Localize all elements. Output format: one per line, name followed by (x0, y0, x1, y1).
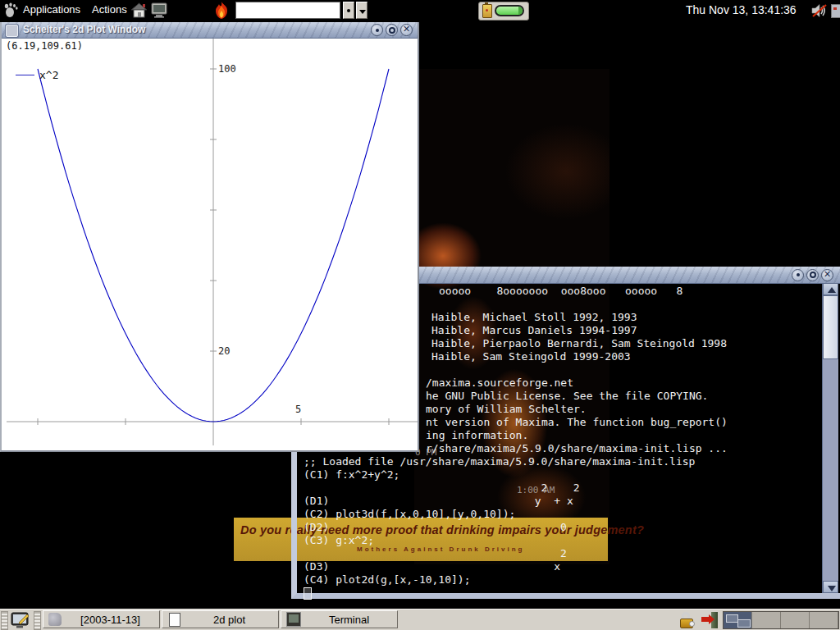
scroll-up-button[interactable] (823, 283, 838, 295)
terminal-line: (C3) g:x^2; (304, 534, 374, 547)
logout-icon[interactable] (701, 612, 718, 628)
command-history-dropdown[interactable] (356, 2, 368, 19)
terminal-line: ing information. (426, 429, 528, 442)
home-launcher-icon[interactable] (130, 2, 148, 19)
workspace-3[interactable] (781, 612, 810, 628)
maximize-button[interactable] (386, 24, 398, 36)
terminal-line: ;; Loaded file /usr/share/maxima/5.9.0/s… (304, 455, 695, 468)
doc-window-icon (48, 613, 62, 626)
task-button[interactable]: [2003-11-13] (43, 610, 160, 628)
terminal-line: Haible, Pierpaolo Bernardi, Sam Steingol… (431, 337, 727, 350)
panel-clock[interactable]: Thu Nov 13, 13:41:36 (686, 3, 797, 16)
close-button[interactable]: ✕ (400, 24, 413, 36)
command-entry-input[interactable] (235, 2, 340, 19)
plot-titlebar[interactable]: Schelter's 2d Plot Window ✕ (2, 22, 418, 39)
desktop: Do you really need more proof that drink… (0, 0, 840, 630)
task-label: Terminal (301, 614, 397, 626)
terminal-cursor (304, 587, 312, 600)
battery-charge-meter (495, 5, 524, 16)
terminal-line: /maxima.sourceforge.net (426, 377, 573, 390)
task-button[interactable]: 2d plot (162, 610, 279, 628)
task-button[interactable]: Terminal (281, 610, 398, 628)
terminal-line: (D1) y + x (304, 495, 573, 508)
terminal-line: he GNU Public License. See the file COPY… (426, 390, 708, 403)
plot-legend: x^2 (16, 69, 58, 81)
terminal-window-icon (286, 612, 301, 627)
plot-canvas[interactable]: 520100 (2, 22, 418, 449)
terminal-launcher-icon[interactable] (151, 2, 167, 18)
lock-screen-icon[interactable] (679, 612, 694, 628)
applications-menu[interactable]: Applications (23, 3, 80, 16)
screenshot-applet-icon[interactable] (11, 611, 30, 629)
actions-menu[interactable]: Actions (92, 3, 127, 16)
terminal-line: (C1) f:x^2+y^2; (304, 468, 399, 482)
window-menu-icon[interactable] (6, 25, 18, 37)
workspace-2[interactable] (752, 612, 781, 628)
terminal-line: Haible, Sam Steingold 1999-2003 (431, 350, 631, 363)
command-run-button[interactable] (343, 2, 354, 19)
terminal-line: (C2) plot3d(f,[x,0,10],[y,0,10]); (304, 508, 515, 521)
plot-window-title: Schelter's 2d Plot Window (23, 24, 145, 35)
mute-speaker-icon[interactable] (810, 3, 829, 18)
terminal-line: ooooo 8ooooooo ooo8ooo ooooo 8 (439, 285, 682, 298)
terminal-line: (C4) plot2d(g,[x,-10,10]); (304, 573, 471, 587)
page-window-icon (169, 613, 180, 627)
y-tick-label: 100 (218, 63, 236, 75)
workspace-4[interactable] (810, 612, 838, 628)
flame-launcher-icon[interactable] (212, 1, 231, 20)
terminal-line: mory of William Schelter. (426, 403, 587, 416)
top-panel: Applications Actions Thu Nov 13, 13:41:3… (0, 0, 840, 21)
terminal-line: (D3) x (304, 560, 560, 573)
bottom-panel: [2003-11-13]2d plotTerminal (0, 609, 840, 630)
terminal-line: nt version of Maxima. The function bug_r… (426, 416, 728, 429)
workspace-1[interactable] (724, 612, 752, 628)
scroll-down-button[interactable] (823, 581, 838, 593)
scrollbar-thumb[interactable] (823, 295, 838, 359)
task-buttons: [2003-11-13]2d plotTerminal (43, 610, 398, 629)
minimize-button[interactable] (371, 24, 383, 36)
legend-label: x^2 (39, 69, 58, 81)
terminal-scrollbar[interactable] (822, 283, 838, 593)
plot-window: 520100 Schelter's 2d Plot Window ✕ (6.19… (0, 22, 419, 452)
legend-line-sample (16, 75, 34, 75)
task-label: [2003-11-13] (62, 614, 159, 626)
terminal-line: Haible, Michael Stoll 1992, 1993 (431, 311, 637, 324)
tasklist-drag-handle[interactable] (34, 611, 41, 630)
terminal-line: (D2) 0 (304, 521, 567, 534)
gnome-foot-menu-icon[interactable] (3, 2, 19, 18)
battery-icon (482, 4, 492, 18)
maximize-button[interactable] (806, 269, 819, 281)
task-label: 2d plot (180, 614, 278, 626)
panel-edge-applet-icon[interactable] (831, 4, 840, 18)
close-button[interactable]: ✕ (821, 269, 833, 281)
battery-applet[interactable] (478, 2, 529, 21)
panel-drag-handle[interactable] (1, 611, 8, 630)
x-tick-label: 5 (295, 404, 301, 415)
coordinate-readout: (6.19,109.61) (6, 40, 83, 52)
terminal-line: 2 (304, 547, 567, 560)
terminal-line: Haible, Marcus Daniels 1994-1997 (431, 324, 637, 337)
y-tick-label: 20 (218, 345, 230, 357)
terminal-line: 2 2 (304, 482, 580, 495)
minimize-button[interactable] (792, 269, 804, 281)
workspace-switcher (723, 611, 839, 629)
terminal-line: r/share/maxima/5.9.0/share/maxima-init.l… (426, 442, 728, 455)
